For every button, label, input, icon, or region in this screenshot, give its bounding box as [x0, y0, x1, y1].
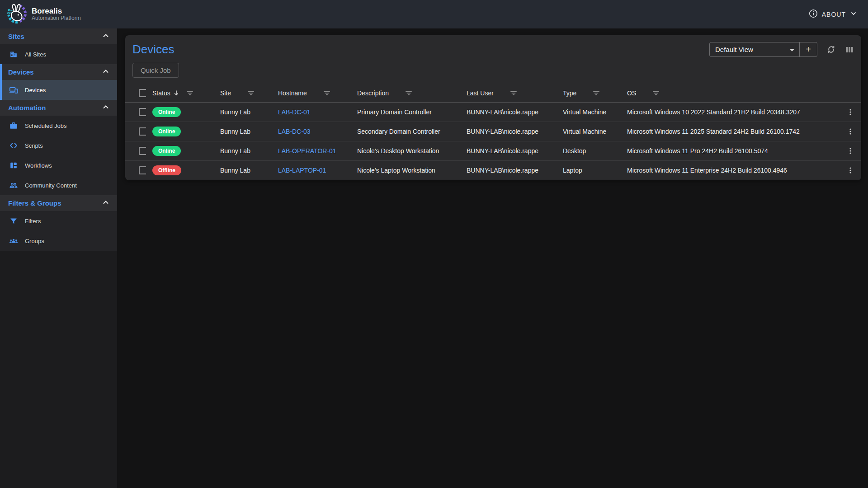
- type-cell: Desktop: [557, 147, 621, 155]
- row-checkbox[interactable]: [139, 166, 146, 174]
- sidebar-section-header-filters-groups[interactable]: Filters & Groups: [0, 195, 117, 211]
- site-cell: Bunny Lab: [214, 128, 272, 135]
- dropdown-arrow-icon: [789, 46, 795, 53]
- main-content: Devices Default View +: [117, 28, 868, 488]
- row-menu-button[interactable]: [846, 127, 854, 136]
- filter-menu-icon[interactable]: [323, 90, 330, 96]
- sidebar-item-scripts[interactable]: Scripts: [0, 136, 117, 155]
- last-user-cell: BUNNY-LAB\nicole.rappe: [460, 147, 557, 155]
- status-badge: Offline: [152, 165, 181, 175]
- columns-button[interactable]: [845, 45, 854, 54]
- hostname-link[interactable]: LAB-DC-03: [278, 128, 311, 135]
- view-select-value: Default View: [715, 46, 753, 53]
- sidebar-item-filters[interactable]: Filters: [0, 211, 117, 231]
- sidebar-item-label: Community Content: [25, 182, 77, 189]
- column-header-hostname[interactable]: Hostname: [272, 89, 351, 97]
- app-subtitle: Automation Platform: [32, 15, 81, 22]
- filter-menu-icon[interactable]: [652, 90, 660, 96]
- devices-table: Status Site: [125, 84, 861, 180]
- view-select[interactable]: Default View: [710, 42, 799, 56]
- groups-icon: [9, 236, 19, 246]
- quick-job-button[interactable]: Quick Job: [132, 63, 179, 78]
- code-icon: [9, 141, 19, 150]
- chevron-up-icon: [102, 103, 110, 113]
- column-header-status[interactable]: Status: [146, 89, 214, 97]
- hostname-link[interactable]: LAB-OPERATOR-01: [278, 147, 336, 155]
- table-row[interactable]: Online Bunny Lab LAB-DC-03 Secondary Dom…: [125, 122, 861, 141]
- chevron-up-icon: [102, 198, 110, 208]
- sidebar-item-label: Devices: [25, 87, 46, 94]
- filter-menu-icon[interactable]: [510, 90, 517, 96]
- os-cell: Microsoft Windows 11 Pro 24H2 Build 2610…: [621, 147, 840, 155]
- page-title: Devices: [132, 42, 174, 56]
- sidebar-item-label: Groups: [25, 238, 44, 244]
- sidebar: Sites: [0, 28, 117, 488]
- row-checkbox[interactable]: [139, 147, 146, 155]
- row-checkbox[interactable]: [139, 108, 146, 116]
- sidebar-item-all-sites[interactable]: All Sites: [0, 44, 117, 64]
- column-header-last-user[interactable]: Last User: [460, 89, 557, 97]
- building-icon: [9, 49, 19, 59]
- row-checkbox[interactable]: [139, 127, 146, 136]
- sidebar-item-label: Scripts: [25, 142, 43, 149]
- filter-menu-icon[interactable]: [405, 90, 412, 96]
- description-cell: Nicole's Desktop Workstation: [351, 147, 460, 155]
- filter-menu-icon[interactable]: [186, 90, 193, 96]
- borealis-rabbit-logo-icon: [6, 3, 27, 26]
- add-view-button[interactable]: +: [800, 42, 817, 56]
- topbar: Borealis Automation Platform ABOUT: [0, 0, 868, 28]
- column-header-type[interactable]: Type: [557, 89, 621, 97]
- chevron-down-icon: [850, 10, 857, 19]
- site-cell: Bunny Lab: [214, 108, 272, 116]
- last-user-cell: BUNNY-LAB\nicole.rappe: [460, 128, 557, 135]
- sidebar-section-sites: Sites: [0, 28, 117, 64]
- sidebar-section-header-sites[interactable]: Sites: [0, 28, 117, 44]
- table-row[interactable]: Online Bunny Lab LAB-OPERATOR-01 Nicole'…: [125, 141, 861, 161]
- last-user-cell: BUNNY-LAB\nicole.rappe: [460, 167, 557, 174]
- about-label: ABOUT: [822, 11, 846, 18]
- devices-panel: Devices Default View +: [125, 35, 861, 180]
- sidebar-section-header-devices[interactable]: Devices: [0, 64, 117, 80]
- row-menu-button[interactable]: [846, 108, 854, 116]
- row-menu-button[interactable]: [846, 147, 854, 155]
- os-cell: Microsoft Windows 11 2025 Standard 24H2 …: [621, 128, 840, 135]
- sidebar-section-filters-groups: Filters & Groups Filters: [0, 195, 117, 251]
- type-cell: Virtual Machine: [557, 108, 621, 116]
- description-cell: Primary Domain Controller: [351, 108, 460, 116]
- os-cell: Microsoft Windows 11 Enterprise 24H2 Bui…: [621, 167, 840, 174]
- hostname-link[interactable]: LAB-DC-01: [278, 108, 311, 116]
- sidebar-section-header-automation[interactable]: Automation: [0, 100, 117, 116]
- status-badge: Online: [152, 107, 181, 117]
- about-menu[interactable]: ABOUT: [809, 9, 857, 19]
- funnel-icon: [9, 216, 19, 226]
- sidebar-item-groups[interactable]: Groups: [0, 231, 117, 251]
- sidebar-item-label: Scheduled Jobs: [25, 122, 67, 129]
- filter-menu-icon[interactable]: [593, 90, 600, 96]
- hostname-link[interactable]: LAB-LAPTOP-01: [278, 167, 326, 174]
- row-menu-button[interactable]: [846, 166, 854, 174]
- sidebar-item-devices[interactable]: Devices: [0, 80, 117, 100]
- status-badge: Online: [152, 127, 181, 136]
- sort-desc-icon[interactable]: [173, 89, 180, 97]
- column-header-site[interactable]: Site: [214, 89, 272, 97]
- refresh-button[interactable]: [826, 45, 836, 54]
- site-cell: Bunny Lab: [214, 147, 272, 155]
- status-badge: Online: [152, 146, 181, 156]
- last-user-cell: BUNNY-LAB\nicole.rappe: [460, 108, 557, 116]
- sidebar-item-community-content[interactable]: Community Content: [0, 175, 117, 195]
- devices-icon: [9, 85, 19, 95]
- type-cell: Virtual Machine: [557, 128, 621, 135]
- app-title: Borealis: [32, 7, 81, 16]
- table-row[interactable]: Online Bunny Lab LAB-DC-01 Primary Domai…: [125, 103, 861, 122]
- view-selector-group: Default View +: [709, 42, 817, 57]
- sidebar-item-workflows[interactable]: Workflows: [0, 155, 117, 175]
- column-header-os[interactable]: OS: [621, 89, 840, 97]
- table-row[interactable]: Offline Bunny Lab LAB-LAPTOP-01 Nicole's…: [125, 161, 861, 180]
- sidebar-item-label: Filters: [25, 218, 41, 225]
- chevron-up-icon: [102, 67, 110, 77]
- filter-menu-icon[interactable]: [247, 90, 255, 96]
- info-icon: [809, 9, 818, 19]
- sidebar-item-scheduled-jobs[interactable]: Scheduled Jobs: [0, 116, 117, 136]
- select-all-checkbox[interactable]: [139, 89, 146, 97]
- column-header-description[interactable]: Description: [351, 89, 460, 97]
